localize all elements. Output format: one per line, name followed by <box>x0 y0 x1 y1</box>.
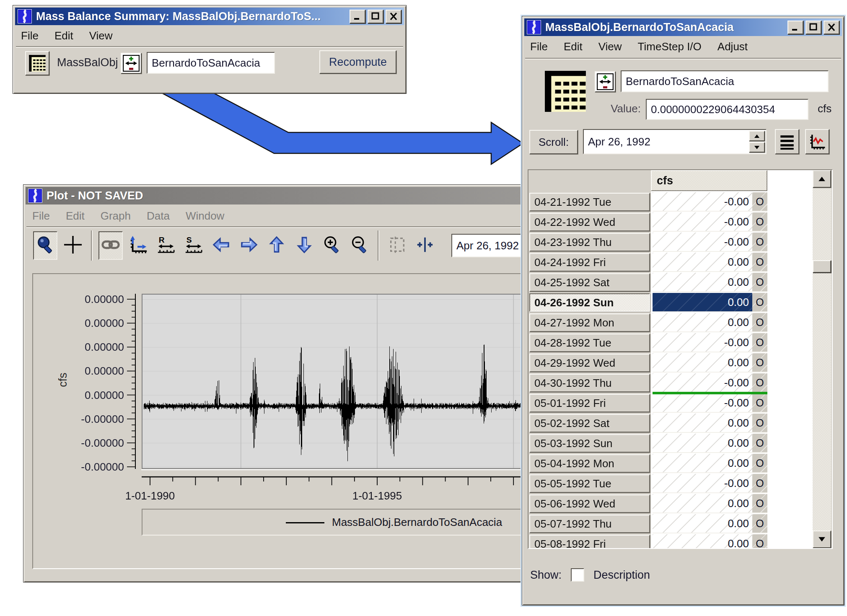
row-value-cell[interactable]: 0.00 <box>653 534 752 549</box>
menu-item-graph[interactable]: Graph <box>101 210 131 223</box>
row-date-button[interactable]: 04-23-1992 Thu <box>529 233 650 251</box>
menu-item-view[interactable]: View <box>89 29 113 42</box>
axes-r-button[interactable]: R <box>154 231 178 260</box>
row-value-cell[interactable]: -0.00 <box>653 212 752 232</box>
row-date-button[interactable]: 05-06-1992 Wed <box>529 494 650 513</box>
row-value-cell[interactable]: -0.00 <box>653 192 752 212</box>
add-remove-slot-button[interactable] <box>121 53 142 74</box>
row-value-cell[interactable]: -0.00 <box>653 393 752 413</box>
row-value-cell[interactable]: 0.00 <box>653 313 752 332</box>
row-date-button[interactable]: 05-01-1992 Fri <box>529 394 650 412</box>
axes-s-button[interactable]: S <box>181 231 206 260</box>
row-date-button[interactable]: 04-29-1992 Wed <box>529 354 650 372</box>
row-flag-cell: O <box>752 414 767 433</box>
zoom-out-icon <box>350 235 369 256</box>
unit-label: cfs <box>818 102 831 115</box>
close-button[interactable] <box>386 10 401 23</box>
slot-name-input[interactable]: BernardoToSanAcacia <box>621 70 829 92</box>
row-value-cell[interactable]: -0.00 <box>653 233 752 252</box>
zoom-in-button[interactable] <box>320 231 344 260</box>
row-value-cell[interactable]: -0.00 <box>653 474 752 493</box>
row-flag-cell: O <box>752 313 767 332</box>
value-input[interactable]: 0.0000000229064430354 <box>646 99 808 120</box>
row-value-cell[interactable]: -0.00 <box>653 333 752 352</box>
menu-item-timestep-i-o[interactable]: TimeStep I/O <box>638 40 702 53</box>
table-scrollbar[interactable] <box>813 170 831 548</box>
row-date-button[interactable]: 04-21-1992 Tue <box>529 193 650 211</box>
row-date-button[interactable]: 05-03-1992 Sun <box>529 434 650 453</box>
timestep-marker-button[interactable] <box>413 231 437 260</box>
menu-item-edit[interactable]: Edit <box>54 29 73 42</box>
maximize-button[interactable] <box>806 21 821 34</box>
mass-balance-titlebar[interactable]: Mass Balance Summary: MassBalObj.Bernard… <box>15 8 404 25</box>
date-input[interactable]: Apr 26, 1992 <box>583 129 767 154</box>
scroll-button[interactable]: Scroll: <box>529 130 578 154</box>
menu-item-view[interactable]: View <box>598 40 622 53</box>
row-date-button[interactable]: 05-07-1992 Thu <box>529 515 650 533</box>
month-separator <box>653 392 767 394</box>
row-date-button[interactable]: 04-26-1992 Sun <box>529 293 650 312</box>
slot-name-input[interactable]: BernardoToSanAcacia <box>147 52 275 74</box>
row-date-button[interactable]: 05-05-1992 Tue <box>529 474 650 493</box>
row-date-button[interactable]: 05-04-1992 Mon <box>529 454 650 473</box>
row-value-cell[interactable]: 0.00 <box>653 293 752 312</box>
add-remove-slot-button[interactable] <box>595 71 616 92</box>
menu-item-window[interactable]: Window <box>186 210 224 223</box>
row-date-button[interactable]: 04-30-1992 Thu <box>529 374 650 392</box>
arrow-left-button[interactable] <box>209 231 233 260</box>
menu-item-data[interactable]: Data <box>147 210 170 223</box>
maximize-button[interactable] <box>368 10 383 23</box>
column-header-cfs[interactable]: cfs <box>651 170 767 191</box>
row-value-cell[interactable]: 0.00 <box>653 514 752 533</box>
spin-up-button[interactable] <box>749 131 765 141</box>
axes-r-icon: R <box>156 235 176 256</box>
minimize-button[interactable] <box>350 10 365 23</box>
row-date-button[interactable]: 04-25-1992 Sat <box>529 273 650 292</box>
close-button[interactable] <box>824 21 839 34</box>
crosshair-button[interactable] <box>61 231 85 260</box>
description-checkbox[interactable] <box>571 568 584 582</box>
menu-item-file[interactable]: File <box>21 29 39 42</box>
slot-viewer-titlebar[interactable]: MassBalObj.BernardoToSanAcacia <box>524 18 842 36</box>
slot-viewer-title: MassBalObj.BernardoToSanAcacia <box>545 21 734 34</box>
menu-item-file[interactable]: File <box>32 210 50 223</box>
menu-item-edit[interactable]: Edit <box>564 40 583 53</box>
row-value-cell[interactable]: 0.00 <box>653 253 752 272</box>
plot-view-button[interactable] <box>805 129 829 154</box>
row-flag-cell: O <box>752 474 767 493</box>
scrollbar-thumb[interactable] <box>813 260 831 273</box>
mass-balance-window: Mass Balance Summary: MassBalObj.Bernard… <box>13 5 407 94</box>
row-value-cell[interactable]: 0.00 <box>653 494 752 513</box>
axes-zoom-button[interactable] <box>126 231 150 260</box>
menu-item-edit[interactable]: Edit <box>66 210 85 223</box>
row-date-button[interactable]: 04-27-1992 Mon <box>529 313 650 332</box>
spin-down-button[interactable] <box>749 142 765 153</box>
minimize-button[interactable] <box>787 21 803 34</box>
row-date-button[interactable]: 04-24-1992 Fri <box>529 253 650 272</box>
row-value-cell[interactable]: 0.00 <box>653 353 752 373</box>
zoom-out-button[interactable] <box>347 231 372 260</box>
recompute-button[interactable]: Recompute <box>319 50 396 74</box>
row-date-button[interactable]: 04-22-1992 Wed <box>529 213 650 231</box>
arrow-down-button[interactable] <box>292 231 316 260</box>
scroll-down-button[interactable] <box>813 531 831 548</box>
row-date-button[interactable]: 05-02-1992 Sat <box>529 414 650 432</box>
row-value-cell[interactable]: 0.00 <box>653 273 752 292</box>
magnifier-button[interactable] <box>33 231 57 260</box>
list-view-button[interactable] <box>775 129 799 154</box>
row-date-button[interactable]: 04-28-1992 Tue <box>529 334 650 352</box>
arrow-right-button[interactable] <box>237 231 261 260</box>
open-slot-button[interactable] <box>25 51 49 75</box>
arrow-up-button[interactable] <box>264 231 289 260</box>
row-date-button[interactable]: 05-08-1992 Fri <box>529 535 650 549</box>
crosshair-icon <box>63 235 83 256</box>
row-value-cell[interactable]: 0.00 <box>653 434 752 453</box>
menu-item-adjust[interactable]: Adjust <box>717 40 748 53</box>
menu-item-file[interactable]: File <box>530 40 548 53</box>
row-value-cell[interactable]: -0.00 <box>653 373 752 393</box>
link-button[interactable] <box>98 231 123 260</box>
row-value-cell[interactable]: 0.00 <box>653 454 752 473</box>
row-value-cell[interactable]: 0.00 <box>653 414 752 433</box>
region-select-button[interactable] <box>385 231 409 260</box>
scroll-up-button[interactable] <box>813 170 831 188</box>
